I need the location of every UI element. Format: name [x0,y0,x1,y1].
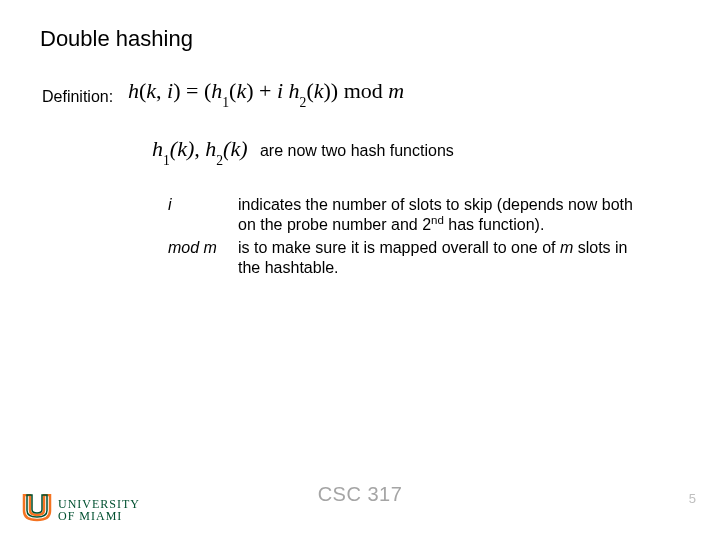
hash-functions-row: h1(k), h2(k) are now two hash functions [152,138,454,164]
definition-label: Definition: [42,88,113,106]
hash-functions-desc: are now two hash functions [260,142,454,160]
main-formula: h(k, i) = (h1(k) + i h2(k)) mod m [128,78,404,107]
term-i-desc: indicates the number of slots to skip (d… [238,195,648,236]
page-number: 5 [689,491,696,506]
hash-functions-symbols: h1(k), h2(k) [152,138,247,164]
term-modm-desc: is to make sure it is mapped overall to … [238,238,648,279]
slide-title: Double hashing [40,26,193,52]
logo-line2: OF MIAMI [58,510,140,522]
term-definitions: i indicates the number of slots to skip … [168,195,648,281]
logo-text: UNIVERSITY OF MIAMI [58,498,140,522]
u-mark-icon [22,494,52,526]
term-row-i: i indicates the number of slots to skip … [168,195,648,236]
term-row-modm: mod m is to make sure it is mapped overa… [168,238,648,279]
term-modm-label: mod m [168,238,238,258]
university-logo: UNIVERSITY OF MIAMI [22,494,140,526]
slide: Double hashing Definition: h(k, i) = (h1… [0,0,720,540]
term-i-label: i [168,195,238,215]
